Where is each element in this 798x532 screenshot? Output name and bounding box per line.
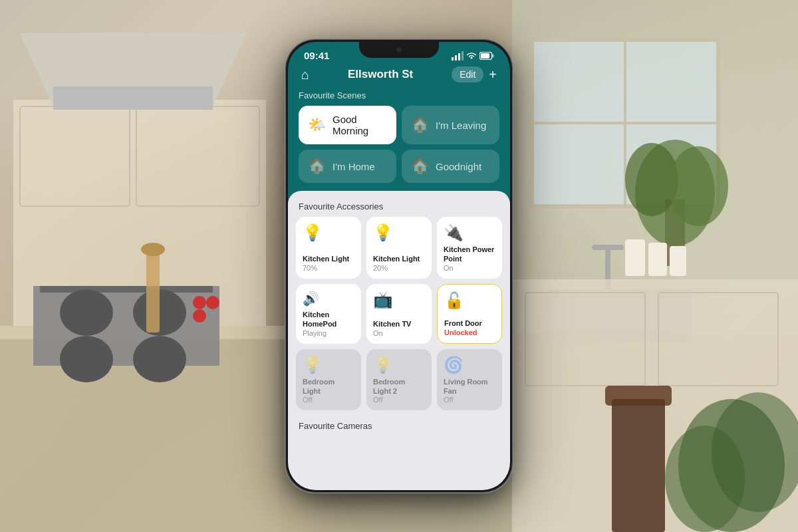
accessory-bedroom-light[interactable]: 💡 Bedroom Light Off bbox=[296, 349, 361, 411]
accessory-front-door[interactable]: 🔓 Front Door Unlocked bbox=[437, 284, 502, 344]
svg-point-15 bbox=[193, 309, 206, 323]
nav-actions: Edit + bbox=[452, 66, 497, 82]
signal-bar-4 bbox=[462, 51, 464, 61]
svg-rect-6 bbox=[40, 286, 213, 293]
nav-title: Ellsworth St bbox=[348, 68, 413, 81]
accessory-living-room-fan[interactable]: 🌀 Living Room Fan Off bbox=[437, 349, 502, 411]
kitchen-light-2-info: Kitchen Light 20% bbox=[373, 254, 425, 271]
accessory-kitchen-light-2[interactable]: 💡 Kitchen Light 20% bbox=[366, 217, 432, 279]
scene-tile-im-leaving[interactable]: 🏠 I'm Leaving bbox=[402, 106, 499, 144]
accessories-grid-row3: 💡 Bedroom Light Off 💡 Bedroom Light 2 bbox=[288, 349, 510, 416]
front-door-icon: 🔓 bbox=[444, 291, 495, 310]
accessories-section-label: Favourite Accessories bbox=[288, 199, 510, 217]
accessories-section: Favourite Accessories 💡 Kitchen Light 70… bbox=[288, 191, 510, 490]
phone-shell: 09:41 bbox=[286, 40, 512, 492]
kitchen-light-1-name: Kitchen Light 70% bbox=[303, 254, 354, 271]
signal-bars-icon bbox=[452, 51, 464, 61]
phone-wrapper: 09:41 bbox=[286, 40, 512, 492]
signal-bar-1 bbox=[452, 57, 454, 61]
svg-rect-28 bbox=[592, 245, 624, 250]
scene-tile-im-home[interactable]: 🏠 I'm Home bbox=[299, 150, 396, 183]
bedroom-light-2-status: Off bbox=[373, 396, 425, 404]
signal-bar-2 bbox=[455, 55, 457, 61]
svg-point-24 bbox=[668, 146, 728, 226]
accessory-kitchen-homepod[interactable]: 🔊 Kitchen HomePod Playing bbox=[296, 284, 361, 344]
living-room-fan-info: Living Room Fan Off bbox=[444, 377, 495, 404]
svg-rect-33 bbox=[648, 243, 667, 276]
kitchen-tv-info: Kitchen TV On bbox=[373, 319, 425, 336]
svg-rect-36 bbox=[605, 386, 672, 406]
accessory-kitchen-light-1[interactable]: 💡 Kitchen Light 70% bbox=[296, 217, 361, 279]
scenes-grid: 🌤️ Good Morning 🏠 I'm Leaving 🏠 I'm Home bbox=[288, 106, 510, 191]
kitchen-homepod-info: Kitchen HomePod Playing bbox=[303, 310, 354, 337]
svg-rect-44 bbox=[492, 54, 494, 57]
phone-notch bbox=[359, 42, 439, 58]
good-morning-label: Good Morning bbox=[332, 114, 387, 136]
signal-bar-3 bbox=[458, 53, 460, 61]
im-leaving-icon: 🏠 bbox=[411, 116, 429, 134]
accessories-grid-row2: 🔊 Kitchen HomePod Playing 📺 Kitchen TV bbox=[288, 284, 510, 349]
scenes-section-label: Favourite Scenes bbox=[288, 88, 510, 106]
bedroom-light-status: Off bbox=[303, 396, 354, 404]
scene-tile-good-morning[interactable]: 🌤️ Good Morning bbox=[299, 106, 396, 144]
status-icons bbox=[452, 51, 494, 61]
kitchen-homepod-status: Playing bbox=[303, 329, 354, 337]
kitchen-light-2-status: 20% bbox=[373, 264, 425, 272]
kitchen-tv-icon: 📺 bbox=[373, 291, 425, 309]
bedroom-light-2-info: Bedroom Light 2 Off bbox=[373, 377, 425, 404]
im-leaving-label: I'm Leaving bbox=[436, 120, 486, 131]
wifi-icon bbox=[466, 51, 477, 60]
nav-bar: ⌂ Ellsworth St Edit + bbox=[288, 61, 510, 88]
svg-point-7 bbox=[60, 289, 113, 336]
bedroom-light-2-icon: 💡 bbox=[373, 356, 425, 374]
accessory-bedroom-light-2[interactable]: 💡 Bedroom Light 2 Off bbox=[366, 349, 432, 411]
home-icon[interactable]: ⌂ bbox=[301, 67, 309, 82]
im-home-label: I'm Home bbox=[332, 161, 375, 172]
svg-point-9 bbox=[60, 336, 113, 382]
svg-rect-35 bbox=[612, 399, 665, 532]
svg-rect-32 bbox=[625, 239, 645, 276]
svg-point-14 bbox=[206, 296, 219, 309]
kitchen-light-1-icon: 💡 bbox=[303, 223, 354, 242]
svg-point-10 bbox=[133, 336, 186, 382]
svg-rect-40 bbox=[146, 253, 160, 332]
scroll-content: Favourite Scenes 🌤️ Good Morning 🏠 I'm L… bbox=[288, 88, 510, 490]
kitchen-power-icon: 🔌 bbox=[444, 223, 495, 242]
svg-rect-34 bbox=[670, 246, 686, 276]
accessory-kitchen-power[interactable]: 🔌 Kitchen Power Point On bbox=[437, 217, 502, 279]
kitchen-power-info: Kitchen Power Point On bbox=[444, 245, 495, 272]
kitchen-power-status: On bbox=[444, 264, 495, 272]
kitchen-homepod-icon: 🔊 bbox=[303, 291, 354, 307]
add-button[interactable]: + bbox=[489, 67, 497, 82]
bedroom-light-info: Bedroom Light Off bbox=[303, 377, 354, 404]
goodnight-icon: 🏠 bbox=[411, 158, 429, 175]
cameras-section-label: Favourite Cameras bbox=[288, 418, 510, 436]
good-morning-icon: 🌤️ bbox=[308, 116, 326, 134]
phone-screen: 09:41 bbox=[288, 42, 510, 490]
kitchen-light-1-status: 70% bbox=[303, 264, 354, 272]
bedroom-light-icon: 💡 bbox=[303, 356, 354, 374]
goodnight-label: Goodnight bbox=[436, 161, 481, 172]
front-door-info: Front Door Unlocked bbox=[444, 319, 495, 336]
svg-point-41 bbox=[141, 243, 165, 256]
scene-tile-goodnight[interactable]: 🏠 Goodnight bbox=[402, 150, 499, 183]
svg-point-13 bbox=[193, 296, 206, 309]
living-room-fan-icon: 🌀 bbox=[444, 356, 495, 374]
battery-icon bbox=[479, 52, 494, 60]
kitchen-light-2-icon: 💡 bbox=[373, 223, 425, 242]
im-home-icon: 🏠 bbox=[308, 158, 326, 175]
accessory-kitchen-tv[interactable]: 📺 Kitchen TV On bbox=[366, 284, 432, 344]
svg-rect-12 bbox=[53, 86, 213, 110]
edit-button[interactable]: Edit bbox=[452, 66, 483, 82]
svg-rect-43 bbox=[481, 53, 489, 59]
status-time: 09:41 bbox=[304, 50, 329, 61]
living-room-fan-status: Off bbox=[444, 396, 495, 404]
accessories-grid-row1: 💡 Kitchen Light 70% 💡 Kitchen Light bbox=[288, 217, 510, 284]
front-door-status: Unlocked bbox=[444, 329, 495, 336]
kitchen-tv-status: On bbox=[373, 329, 425, 337]
